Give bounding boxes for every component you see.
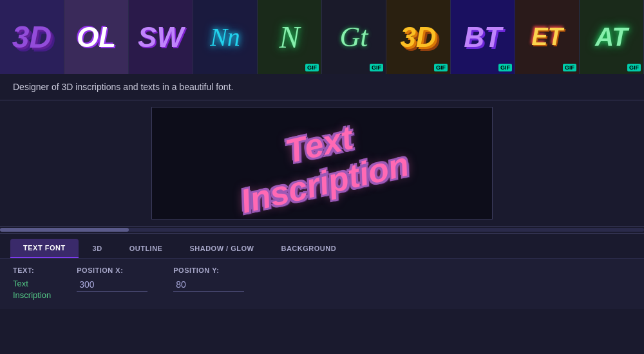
gif-badge-at: GIF bbox=[627, 64, 641, 71]
canvas-text-wrapper: Text Inscription bbox=[232, 113, 412, 214]
text-value-line1: Text bbox=[13, 278, 51, 290]
position-x-label: POSITION X: bbox=[77, 266, 147, 274]
gallery-item-nn[interactable]: Nn bbox=[193, 0, 258, 74]
position-y-group: POSITION Y: bbox=[173, 266, 244, 292]
gallery-item-sw[interactable]: SW bbox=[129, 0, 193, 74]
text-label: TEXT: bbox=[13, 266, 51, 274]
scrollbar-thumb[interactable] bbox=[0, 228, 129, 232]
scrollbar-track bbox=[0, 228, 644, 232]
canvas-container: Text Inscription bbox=[151, 107, 493, 219]
tab-outline[interactable]: OUTLINE bbox=[117, 239, 176, 258]
scrollbar-area[interactable] bbox=[0, 226, 644, 234]
tab-shadow-glow[interactable]: SHADOW / GLOW bbox=[176, 239, 267, 258]
gallery-item-et[interactable]: ET GIF bbox=[515, 0, 580, 74]
position-x-group: POSITION X: bbox=[77, 266, 147, 292]
gallery-item-3d[interactable]: 3D bbox=[0, 0, 64, 74]
gallery-item-ol[interactable]: OL bbox=[64, 0, 129, 74]
text-value-line2: Inscription bbox=[13, 290, 51, 301]
position-y-input[interactable] bbox=[173, 278, 244, 292]
tab-3d[interactable]: 3D bbox=[80, 239, 115, 258]
gif-badge-gt: GIF bbox=[370, 64, 383, 71]
tab-background[interactable]: BACKGROUND bbox=[268, 239, 349, 258]
tab-text-font[interactable]: TEXT FONT bbox=[10, 239, 79, 258]
text-control-group: TEXT: Text Inscription bbox=[13, 266, 51, 301]
canvas-area: Text Inscription bbox=[0, 100, 644, 226]
description-bar: Designer of 3D inscriptions and texts in… bbox=[0, 74, 644, 100]
gallery-item-ngreen[interactable]: N GIF bbox=[258, 0, 322, 74]
description-text: Designer of 3D inscriptions and texts in… bbox=[13, 82, 233, 92]
tabs-bar: TEXT FONT 3D OUTLINE SHADOW / GLOW BACKG… bbox=[0, 234, 644, 258]
gif-badge-et: GIF bbox=[563, 64, 576, 71]
position-y-label: POSITION Y: bbox=[173, 266, 244, 274]
gif-badge-3dy: GIF bbox=[434, 64, 448, 71]
gallery-item-bt[interactable]: BT GIF bbox=[451, 0, 515, 74]
controls-area: TEXT: Text Inscription POSITION X: POSIT… bbox=[0, 258, 644, 309]
gif-badge-bt: GIF bbox=[498, 64, 512, 71]
gif-badge: GIF bbox=[305, 64, 319, 71]
position-x-input[interactable] bbox=[77, 278, 147, 292]
text-value: Text Inscription bbox=[13, 278, 51, 301]
gallery-strip: 3D OL SW Nn N GIF Gt GIF 3D GIF BT GIF E… bbox=[0, 0, 644, 74]
gallery-item-3dyellow[interactable]: 3D GIF bbox=[386, 0, 451, 74]
gallery-item-at[interactable]: AT GIF bbox=[580, 0, 644, 74]
gallery-item-gt[interactable]: Gt GIF bbox=[322, 0, 386, 74]
